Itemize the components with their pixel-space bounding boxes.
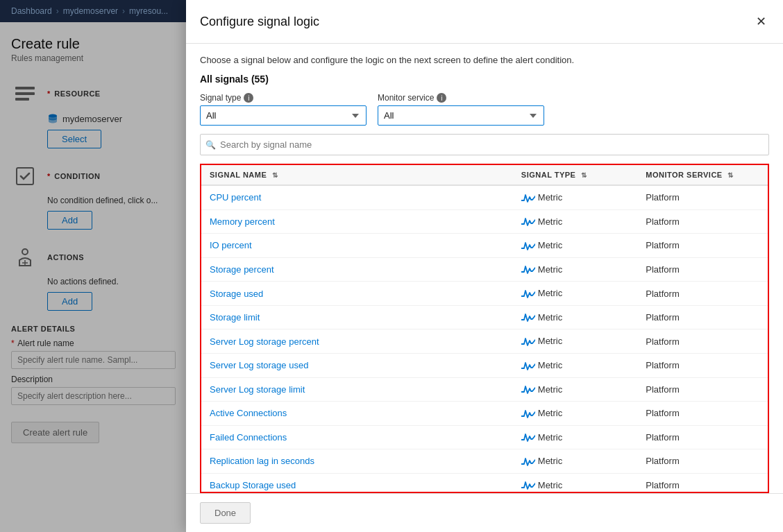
signal-type-text-4: Metric [538, 288, 562, 298]
monitor-service-filter: Monitor service i All Platform [378, 93, 544, 126]
metric-icon-9 [521, 408, 538, 418]
signal-type-text-8: Metric [538, 384, 562, 395]
main-area: Create rule Rules management * RESOURCE [0, 22, 783, 532]
signal-name-link-12[interactable]: Backup Storage used [210, 480, 296, 490]
cell-signal-name-8: Server Log storage limit [201, 377, 513, 402]
signal-name-link-0[interactable]: CPU percent [210, 192, 261, 203]
signal-name-link-5[interactable]: Storage limit [210, 312, 260, 323]
metric-icon-12 [521, 480, 538, 490]
modal-body: Choose a signal below and configure the … [186, 44, 783, 493]
signal-name-link-10[interactable]: Failed Connections [210, 432, 287, 443]
cell-signal-name-11: Replication lag in seconds [201, 449, 513, 474]
signal-type-text-10: Metric [538, 432, 562, 443]
metric-icon-0 [521, 192, 538, 203]
metric-icon-3 [521, 264, 538, 275]
cell-signal-type-6: Metric [513, 329, 638, 354]
signal-name-link-6[interactable]: Server Log storage percent [210, 336, 319, 347]
cell-monitor-service-10: Platform [637, 425, 768, 449]
table-row[interactable]: Server Log storage percentMetricPlatform [201, 329, 768, 354]
monitor-service-info-icon: i [437, 93, 446, 103]
signal-name-link-9[interactable]: Active Connections [210, 408, 287, 418]
signal-name-link-1[interactable]: Memory percent [210, 216, 275, 227]
th-monitor-service[interactable]: MONITOR SERVICE ⇅ [637, 165, 768, 185]
metric-icon-4 [521, 288, 538, 298]
sort-monitor-service-icon: ⇅ [727, 171, 734, 179]
table-row[interactable]: Storage usedMetricPlatform [201, 282, 768, 306]
signal-type-text-9: Metric [538, 408, 562, 418]
th-signal-name[interactable]: SIGNAL NAME ⇅ [201, 165, 513, 185]
cell-monitor-service-9: Platform [637, 402, 768, 426]
table-body: CPU percentMetricPlatformMemory percentM… [201, 185, 768, 493]
metric-icon-1 [521, 216, 538, 227]
cell-monitor-service-11: Platform [637, 449, 768, 474]
signal-name-link-7[interactable]: Server Log storage used [210, 360, 308, 370]
cell-signal-type-10: Metric [513, 425, 638, 449]
metric-icon-2 [521, 240, 538, 250]
metric-icon-6 [521, 336, 538, 346]
search-icon: 🔍 [205, 140, 216, 150]
metric-icon-5 [521, 312, 538, 323]
signal-type-info-icon: i [244, 93, 253, 103]
signals-count: All signals (55) [200, 74, 769, 85]
signal-type-text-6: Metric [538, 336, 562, 346]
cell-signal-name-5: Storage limit [201, 305, 513, 329]
cell-monitor-service-5: Platform [637, 305, 768, 329]
modal-description: Choose a signal below and configure the … [200, 55, 769, 65]
modal-overlay: Configure signal logic ✕ Choose a signal… [0, 22, 783, 532]
table-row[interactable]: Storage percentMetricPlatform [201, 257, 768, 282]
signal-type-select[interactable]: All Metric Log Activity Log [200, 105, 367, 126]
cell-signal-type-9: Metric [513, 402, 638, 426]
cell-monitor-service-2: Platform [637, 234, 768, 258]
sort-signal-type-icon: ⇅ [581, 171, 587, 179]
cell-signal-name-2: IO percent [201, 234, 513, 258]
table-row[interactable]: CPU percentMetricPlatform [201, 185, 768, 209]
cell-signal-type-3: Metric [513, 257, 638, 282]
sort-signal-name-icon: ⇅ [272, 171, 278, 179]
app-container: Dashboard › mydemoserver › myresou... Cr… [0, 0, 783, 532]
done-button[interactable]: Done [200, 502, 251, 524]
table-row[interactable]: Server Log storage usedMetricPlatform [201, 353, 768, 377]
metric-icon-8 [521, 384, 538, 395]
table-row[interactable]: Storage limitMetricPlatform [201, 305, 768, 329]
cell-signal-name-3: Storage percent [201, 257, 513, 282]
signal-type-filter: Signal type i All Metric Log Activity Lo… [200, 93, 367, 126]
cell-signal-name-12: Backup Storage used [201, 473, 513, 493]
cell-monitor-service-0: Platform [637, 185, 768, 209]
cell-signal-name-7: Server Log storage used [201, 353, 513, 377]
modal-title: Configure signal logic [200, 22, 319, 29]
metric-icon-11 [521, 456, 538, 466]
cell-monitor-service-12: Platform [637, 473, 768, 493]
th-signal-type[interactable]: SIGNAL TYPE ⇅ [513, 165, 638, 185]
table-row[interactable]: Server Log storage limitMetricPlatform [201, 377, 768, 402]
signal-name-link-8[interactable]: Server Log storage limit [210, 384, 305, 395]
cell-monitor-service-8: Platform [637, 377, 768, 402]
cell-signal-type-12: Metric [513, 473, 638, 493]
signals-table-container[interactable]: SIGNAL NAME ⇅ SIGNAL TYPE ⇅ MONITOR SERV… [200, 164, 769, 493]
cell-signal-type-7: Metric [513, 353, 638, 377]
cell-signal-type-8: Metric [513, 377, 638, 402]
modal-footer: Done [186, 493, 783, 532]
modal-close-button[interactable]: ✕ [753, 22, 769, 32]
cell-signal-name-0: CPU percent [201, 185, 513, 209]
table-row[interactable]: Active ConnectionsMetricPlatform [201, 402, 768, 426]
metric-icon-10 [521, 432, 538, 443]
table-row[interactable]: Failed ConnectionsMetricPlatform [201, 425, 768, 449]
signal-name-link-3[interactable]: Storage percent [210, 264, 274, 275]
table-row[interactable]: Memory percentMetricPlatform [201, 209, 768, 234]
cell-signal-type-0: Metric [513, 185, 638, 209]
cell-signal-type-4: Metric [513, 282, 638, 306]
signal-type-text-7: Metric [538, 360, 562, 370]
table-row[interactable]: IO percentMetricPlatform [201, 234, 768, 258]
signal-type-text-3: Metric [538, 264, 562, 275]
signal-name-link-4[interactable]: Storage used [210, 289, 263, 299]
cell-monitor-service-3: Platform [637, 257, 768, 282]
cell-monitor-service-6: Platform [637, 329, 768, 354]
monitor-service-select[interactable]: All Platform [378, 105, 544, 126]
signal-type-text-0: Metric [538, 192, 562, 203]
search-input[interactable] [200, 134, 769, 155]
table-row[interactable]: Replication lag in secondsMetricPlatform [201, 449, 768, 474]
signal-name-link-11[interactable]: Replication lag in seconds [210, 456, 314, 466]
table-row[interactable]: Backup Storage usedMetricPlatform [201, 473, 768, 493]
signal-name-link-2[interactable]: IO percent [210, 240, 252, 250]
cell-monitor-service-1: Platform [637, 209, 768, 234]
